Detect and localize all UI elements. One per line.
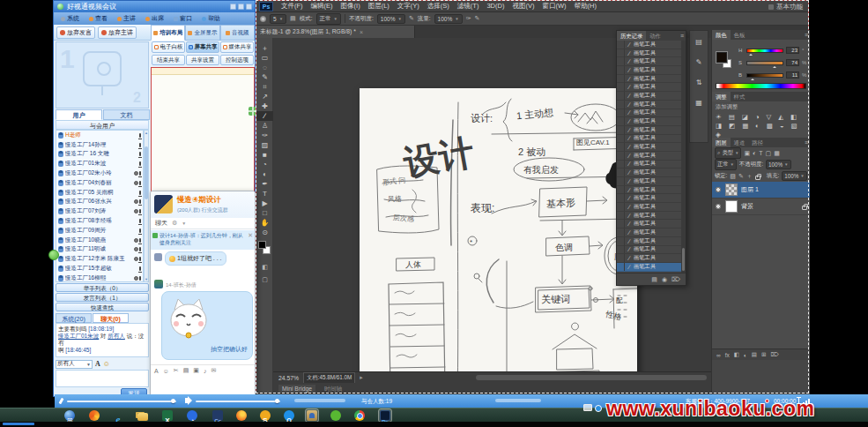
raise-hand-list-button[interactable]: 举手列表（0） <box>56 283 149 292</box>
haoshitong-meeting-icon[interactable] <box>306 409 318 422</box>
attendee-list[interactable]: H老师慢造工厂14孙理慢造工厂 16 文雕慢造工厂01朱波慢造工厂02朱小玲慢造… <box>56 130 144 282</box>
marquee-tool-icon[interactable]: ▭ <box>256 53 273 63</box>
canvas-horizontal-scrollbar[interactable] <box>476 375 707 380</box>
layer-row-layer1[interactable]: 图层 1 <box>712 182 810 199</box>
pressure-opacity-icon[interactable]: ✎ <box>409 15 414 22</box>
gear-icon[interactable]: ⚙ <box>172 220 177 227</box>
filter-type-icon[interactable]: T <box>759 150 762 156</box>
tab-system-messages[interactable]: 系统(20) <box>56 313 92 323</box>
filter-kind-select[interactable]: ⌕类型▼ <box>715 147 741 159</box>
new-snapshot-icon[interactable]: ◉ <box>662 276 667 283</box>
slider-knob[interactable] <box>171 399 175 403</box>
attendee-row[interactable]: 慢造工厂05 吴雨桐 <box>56 188 143 198</box>
sogou-browser-icon[interactable] <box>88 409 100 422</box>
tab-paths[interactable]: 路径 <box>748 138 767 147</box>
attendee-row[interactable]: 慢造工厂09周芳 <box>56 226 143 236</box>
history-state-row[interactable]: ∕画笔工具 <box>617 212 683 221</box>
tab-chat[interactable]: 聊天(0) <box>93 313 129 323</box>
hue-value[interactable]: 23 <box>786 47 799 54</box>
internet-explorer-icon[interactable] <box>112 409 124 422</box>
chat-input[interactable] <box>56 370 149 387</box>
filter-adjustment-icon[interactable]: ◐ <box>753 150 756 156</box>
tab-channels[interactable]: 通道 <box>731 138 749 147</box>
chat-log[interactable]: 主要看到吗 [18:08:19] 慢造工厂01朱波 对 所有人 说：没有 啊 [… <box>56 323 149 357</box>
new-document-from-state-icon[interactable]: ▤ <box>651 276 657 283</box>
history-state-row[interactable]: ∕画笔工具 <box>617 220 683 228</box>
path-select-tool-icon[interactable]: ▶ <box>256 199 273 208</box>
group-notice[interactable]: 设计14-孙倩-班：迟到几分钟，刚从健身房刚关注 ✕ <box>151 230 255 250</box>
conf-menu-item[interactable]: 查看 <box>89 14 108 23</box>
channel-mixer-icon[interactable]: ▦ <box>742 122 748 130</box>
history-state-row[interactable]: ∕画笔工具 <box>617 246 683 255</box>
history-state-row[interactable]: ∕画笔工具 <box>617 237 683 246</box>
screenshot-icon[interactable]: ✂ <box>174 367 179 374</box>
share-tool-tab[interactable]: 电子白板 <box>152 41 185 53</box>
history-state-row[interactable]: ∕画笔工具 <box>617 83 683 92</box>
history-source-cell[interactable] <box>617 186 625 194</box>
brightness-contrast-icon[interactable]: ☀ <box>716 113 722 121</box>
ps-menu-item[interactable]: 视图(V) <box>512 2 534 11</box>
filter-shape-icon[interactable]: ▢ <box>766 150 772 157</box>
gradient-tool-icon[interactable]: ■ <box>256 150 273 160</box>
history-source-cell[interactable] <box>617 117 625 125</box>
history-source-cell[interactable] <box>617 220 625 228</box>
attendee-row[interactable]: 慢造工厂15李超敏 <box>56 264 143 273</box>
type-tool-icon[interactable]: T <box>256 189 273 199</box>
shape-tool-icon[interactable]: □ <box>256 208 273 218</box>
history-source-cell[interactable] <box>617 152 625 160</box>
history-scrollbar[interactable] <box>681 41 686 273</box>
history-source-cell[interactable] <box>617 75 625 83</box>
panel-menu-icon[interactable]: ≡ <box>805 139 808 146</box>
history-source-cell[interactable] <box>617 160 625 168</box>
swap-panel-icon[interactable]: ⇅ <box>696 79 702 86</box>
history-source-cell[interactable] <box>617 57 625 65</box>
posterize-icon[interactable]: ▩ <box>767 122 773 130</box>
member-avatar[interactable] <box>154 253 162 261</box>
share-tool-tab[interactable]: 屏幕共享 <box>186 41 219 53</box>
brush-tool-icon[interactable]: ∕ <box>256 111 273 121</box>
exposure-icon[interactable]: ◑ <box>755 113 760 121</box>
tab-swatches[interactable]: 色板 <box>731 30 749 40</box>
history-source-cell[interactable] <box>617 41 625 49</box>
history-state-row[interactable]: ∕画笔工具 <box>617 101 683 109</box>
history-state-row[interactable]: ∕画笔工具 <box>617 169 683 177</box>
ps-menu-item[interactable]: 滤镜(T) <box>457 2 479 11</box>
opacity-field[interactable]: 100%▼ <box>377 14 405 24</box>
zoom-level-field[interactable]: 24.57% <box>278 375 299 381</box>
history-source-cell[interactable] <box>617 254 625 262</box>
history-source-cell[interactable] <box>617 66 625 74</box>
history-state-row[interactable]: ∕画笔工具 <box>617 41 683 49</box>
history-source-cell[interactable] <box>617 177 625 185</box>
ps-menu-item[interactable]: 文字(Y) <box>397 2 419 11</box>
eraser-tool-icon[interactable]: ▨ <box>256 140 273 150</box>
history-state-row[interactable]: ∕画笔工具 <box>617 92 683 101</box>
toggle-panel-icon[interactable]: ▤ <box>290 15 296 22</box>
history-state-row[interactable]: ∕画笔工具 <box>617 203 683 212</box>
attendee-row[interactable]: 慢造工厂07刘涛 <box>56 206 143 216</box>
document-canvas[interactable]: 设计 设计: 1 主动想 2 被动 有我启发 图见CAV.1 表现: 基本形 色… <box>360 88 637 408</box>
timeline-tab[interactable]: 时间轴 <box>324 385 342 393</box>
layer-mask-icon[interactable]: ◧ <box>734 351 739 358</box>
photoshop-icon[interactable] <box>379 409 391 422</box>
tab-layers[interactable]: 图层 <box>712 138 731 147</box>
fill-field[interactable]: 100%▼ <box>782 171 807 181</box>
quick-find-button[interactable]: 快速查找 <box>56 303 149 311</box>
panel-menu-icon[interactable]: ≡ <box>805 32 808 38</box>
tab-docs[interactable]: 文档 <box>103 109 150 120</box>
black-white-icon[interactable]: ◨ <box>716 122 722 130</box>
font-button[interactable]: A <box>95 360 100 368</box>
photo-filter-icon[interactable]: ◩ <box>729 122 735 130</box>
history-brush-tool-icon[interactable]: ✑ <box>256 131 273 140</box>
attendee-row[interactable]: 慢造工厂08李经瑶 <box>56 216 143 226</box>
chevron-down-icon[interactable]: ▼ <box>182 221 186 226</box>
attendee-row[interactable]: 慢造工厂14孙理 <box>56 140 143 150</box>
history-state-row[interactable]: ∕画笔工具 <box>617 109 683 118</box>
history-state-row[interactable]: ∕画笔工具 <box>617 254 683 263</box>
share-action-button[interactable]: 控制选项 <box>220 55 254 65</box>
info-panel-icon[interactable]: ▤ <box>695 38 702 46</box>
history-source-cell[interactable] <box>617 245 625 253</box>
conf-menu-item[interactable]: 窗口 <box>174 14 192 23</box>
tab-chat[interactable]: 聊天 <box>155 219 167 228</box>
hand-tool-icon[interactable]: ✋ <box>256 218 273 228</box>
brush-panel-icon[interactable]: ▦ <box>695 99 702 107</box>
